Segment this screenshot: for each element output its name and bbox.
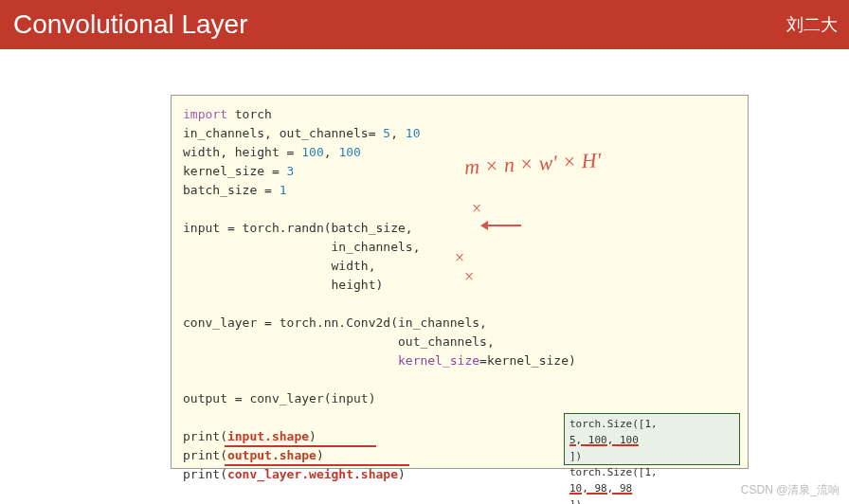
code-number: 10 [406, 126, 421, 140]
code-number: 3 [287, 164, 295, 178]
code-highlight: input.shape [227, 429, 309, 443]
code-text: ) [316, 448, 324, 462]
code-text: , [324, 145, 339, 159]
code-text: , [390, 126, 406, 140]
code-text: kernel_size = [183, 164, 287, 178]
code-text [183, 353, 398, 368]
code-text: in_channels, out_channels= [183, 126, 383, 140]
code-text: print( [183, 429, 227, 443]
output-row: torch.Size([1, 10, 98, 98]) [569, 464, 734, 504]
code-text: batch_size = [183, 183, 280, 197]
slide-header: Convolutional Layer 刘二大 [0, 0, 849, 49]
code-text: print( [183, 467, 227, 481]
code-highlight: output.shape [227, 448, 316, 462]
code-number: 100 [338, 145, 360, 159]
code-highlight: conv_layer.weight.shape [227, 467, 398, 481]
code-block: import torch in_channels, out_channels= … [171, 95, 749, 469]
output-row: torch.Size([1, 5, 100, 100]) [569, 416, 734, 464]
code-text: ) [309, 429, 316, 443]
watermark: CSDN @清泉_流响 [741, 482, 840, 498]
code-keyword: import [183, 107, 227, 121]
code-text: print( [183, 448, 227, 462]
code-number: 1 [280, 183, 287, 197]
code-text: output = conv_layer(input) [183, 391, 376, 405]
code-text: torch [227, 107, 272, 121]
code-text: input = torch.randn(batch_size, [183, 221, 413, 235]
code-number: 100 [301, 145, 323, 159]
code-text: =kernel_size) [479, 353, 576, 368]
code-kwarg: kernel_size [398, 353, 479, 368]
slide-author: 刘二大 [786, 13, 838, 36]
code-text: in_channels, [183, 240, 420, 254]
code-text: ) [398, 467, 406, 481]
code-number: 5 [383, 126, 390, 140]
code-text: conv_layer = torch.nn.Conv2d(in_channels… [183, 315, 487, 330]
output-box: torch.Size([1, 5, 100, 100]) torch.Size(… [564, 413, 740, 465]
slide-title: Convolutional Layer [13, 9, 248, 40]
code-text: height) [183, 278, 383, 292]
code-text: out_channels, [183, 334, 495, 349]
code-text: width, [183, 259, 376, 273]
code-text: width, height = [183, 145, 301, 159]
